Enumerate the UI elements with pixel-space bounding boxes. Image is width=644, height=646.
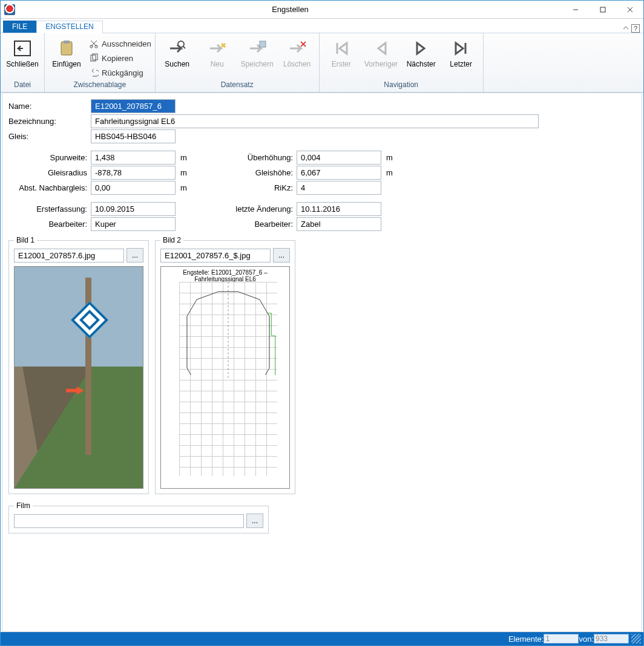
help-icon[interactable]: ? <box>631 24 640 33</box>
bezeichnung-field[interactable] <box>91 114 539 128</box>
label-name: Name: <box>8 102 87 111</box>
copy-button[interactable]: Kopieren <box>88 51 151 65</box>
next-icon <box>410 39 433 58</box>
delete-label: Löschen <box>283 60 310 68</box>
last-icon <box>450 39 473 58</box>
ribbon-group-datei: Schließen Datei <box>1 33 45 92</box>
status-elemente-label: Elemente: <box>508 635 544 644</box>
rikz-field[interactable] <box>297 181 381 195</box>
status-bar: Elemente: von: <box>1 632 643 645</box>
label-spurweite: Spurweite: <box>8 153 87 162</box>
save-icon <box>246 39 269 58</box>
form-panel: Name: Bezeichnung: Gleis: Spurweite: m G… <box>2 93 642 632</box>
last-button[interactable]: Letzter <box>443 36 479 71</box>
bearbeiter-field[interactable] <box>91 217 176 231</box>
gleishoehe-field[interactable] <box>297 166 381 180</box>
status-von-label: von: <box>579 635 594 644</box>
save-label: Speichern <box>241 60 274 68</box>
ribbon-tabs: FILE ENGSTELLEN ? <box>1 19 643 33</box>
undo-icon <box>88 67 99 78</box>
bearbeiter2-field[interactable] <box>297 217 381 231</box>
ersterfassung-field[interactable] <box>91 202 176 216</box>
cut-label: Ausschneiden <box>102 39 151 48</box>
unit-m: m <box>386 153 393 162</box>
bild2-file-field[interactable] <box>160 249 271 263</box>
new-label: Neu <box>211 60 224 68</box>
label-gleis: Gleis: <box>8 132 87 141</box>
bild2-legend: Bild 2 <box>160 236 183 244</box>
bild1-file-field[interactable] <box>14 249 124 263</box>
search-icon <box>166 39 189 58</box>
prev-button: Vorheriger <box>363 36 399 71</box>
label-letzte: letzte Änderung: <box>205 204 293 214</box>
close-doc-button[interactable]: Schließen <box>4 36 41 71</box>
label-bearbeiter2: Bearbeiter: <box>205 220 293 229</box>
window-title: Engstellen <box>19 5 562 14</box>
first-icon <box>330 39 353 58</box>
status-elemente-value <box>544 634 579 644</box>
bild2-diagram-title: Engstelle: E12001_207857_6 – Fahrleitung… <box>161 269 289 282</box>
ribbon-group-record: Suchen Neu Speichern Löschen Datensatz <box>156 33 320 92</box>
label-abst: Abst. Nachbargleis: <box>8 183 87 192</box>
ribbon-group-clipboard: Einfügen Ausschneiden Kopieren Rückgängi… <box>45 33 156 92</box>
last-label: Letzter <box>450 60 472 68</box>
paste-label: Einfügen <box>52 60 80 68</box>
title-bar: Engstellen <box>1 1 643 19</box>
cut-button[interactable]: Ausschneiden <box>88 37 151 50</box>
delete-button: Löschen <box>279 36 315 71</box>
label-ueberhoehung: Überhöhung: <box>205 153 293 162</box>
film-browse-button[interactable]: ... <box>246 514 263 528</box>
unit-m: m <box>386 168 393 177</box>
svg-rect-1 <box>600 7 605 12</box>
label-ersterfassung: Ersterfassung: <box>8 204 87 214</box>
resize-grip[interactable] <box>631 634 641 644</box>
gleis-field[interactable] <box>91 129 176 143</box>
label-rikz: RiKz: <box>205 183 293 192</box>
letzte-field[interactable] <box>297 202 381 216</box>
bild1-legend: Bild 1 <box>14 236 37 244</box>
group-title-clipboard: Zwischenablage <box>48 79 151 91</box>
bild2-group: Bild 2 ... Engstelle: E12001_207857_6 – … <box>155 236 295 494</box>
abst-field[interactable] <box>91 181 176 195</box>
status-von-value <box>594 634 629 644</box>
minimize-button[interactable] <box>562 1 589 18</box>
maximize-button[interactable] <box>589 1 616 18</box>
ueberhoehung-field[interactable] <box>297 151 381 165</box>
copy-label: Kopieren <box>102 54 133 63</box>
label-gleisradius: Gleisradius <box>8 168 87 177</box>
unit-m: m <box>180 183 187 192</box>
gleisradius-field[interactable] <box>91 166 176 180</box>
delete-icon <box>286 39 309 58</box>
undo-button[interactable]: Rückgängig <box>88 66 151 79</box>
paste-button[interactable]: Einfügen <box>48 36 85 71</box>
group-title-record: Datensatz <box>159 79 315 91</box>
new-icon <box>206 39 229 58</box>
search-button[interactable]: Suchen <box>159 36 196 71</box>
search-label: Suchen <box>165 60 189 68</box>
tab-file[interactable]: FILE <box>3 21 36 33</box>
prev-label: Vorheriger <box>364 60 398 68</box>
next-label: Nächster <box>407 60 436 68</box>
spurweite-field[interactable] <box>91 151 176 165</box>
tab-engstellen[interactable]: ENGSTELLEN <box>36 21 102 33</box>
group-title-datei: Datei <box>4 79 41 91</box>
first-label: Erster <box>332 60 351 68</box>
bild2-image: Engstelle: E12001_207857_6 – Fahrleitung… <box>160 266 290 489</box>
bild2-browse-button[interactable]: ... <box>273 248 290 263</box>
label-gleishoehe: Gleishöhe: <box>205 168 293 177</box>
undo-label: Rückgängig <box>102 68 143 77</box>
svg-line-14 <box>183 46 185 48</box>
film-file-field[interactable] <box>14 514 244 528</box>
film-group: Film ... <box>8 501 269 533</box>
film-legend: Film <box>14 501 33 510</box>
close-doc-label: Schließen <box>6 60 38 68</box>
bild1-image <box>14 266 143 489</box>
collapse-ribbon-icon[interactable] <box>623 24 629 33</box>
name-field[interactable] <box>91 99 176 113</box>
close-button[interactable] <box>616 1 643 18</box>
next-button[interactable]: Nächster <box>403 36 439 71</box>
group-title-nav: Navigation <box>323 79 479 91</box>
label-bearbeiter: Bearbeiter: <box>8 220 87 229</box>
svg-rect-15 <box>260 41 266 47</box>
bild1-browse-button[interactable]: ... <box>126 248 143 263</box>
